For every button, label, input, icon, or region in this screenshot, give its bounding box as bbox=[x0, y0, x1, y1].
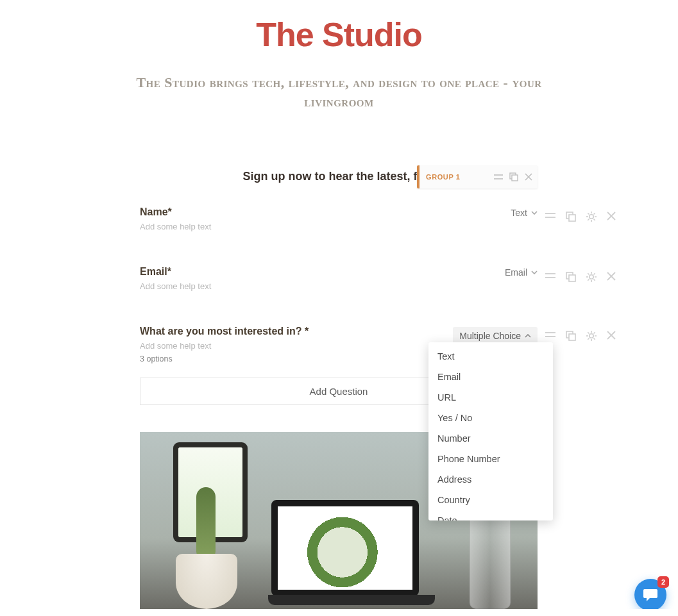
question-help[interactable]: Add some help text bbox=[140, 281, 505, 291]
hero-image-cactus bbox=[196, 487, 216, 558]
drag-handle-icon[interactable] bbox=[545, 331, 555, 341]
duplicate-icon[interactable] bbox=[566, 331, 576, 341]
svg-rect-3 bbox=[512, 175, 518, 181]
svg-line-46 bbox=[594, 338, 595, 340]
drag-handle-icon[interactable] bbox=[545, 272, 555, 282]
close-icon[interactable] bbox=[607, 272, 616, 282]
gear-icon[interactable] bbox=[586, 212, 597, 222]
question-options-summary[interactable]: 3 options bbox=[140, 354, 453, 363]
svg-point-40 bbox=[589, 334, 593, 338]
svg-line-33 bbox=[588, 279, 589, 281]
duplicate-icon[interactable] bbox=[509, 172, 518, 181]
svg-rect-39 bbox=[569, 334, 575, 340]
close-icon[interactable] bbox=[607, 212, 616, 222]
page-title: The Studio bbox=[0, 15, 678, 54]
svg-point-25 bbox=[589, 275, 593, 279]
question-type-label: Email bbox=[505, 267, 527, 278]
cta-text: Sign up now to hear the latest, first bbox=[0, 170, 678, 183]
svg-rect-24 bbox=[569, 275, 575, 281]
dropdown-option-number[interactable]: Number bbox=[428, 428, 553, 449]
hero-image-laptop bbox=[268, 500, 422, 609]
chevron-up-icon bbox=[525, 334, 531, 338]
tagline: The Studio brings tech, lifestyle, and d… bbox=[115, 73, 564, 111]
drag-handle-icon[interactable] bbox=[494, 174, 503, 180]
gear-icon[interactable] bbox=[586, 331, 597, 341]
svg-line-31 bbox=[594, 279, 595, 281]
question-type-label: Multiple Choice bbox=[459, 331, 521, 341]
svg-line-32 bbox=[594, 273, 595, 274]
gear-icon[interactable] bbox=[586, 272, 597, 282]
svg-rect-9 bbox=[569, 215, 575, 221]
chat-widget[interactable]: 2 bbox=[634, 579, 666, 609]
svg-line-17 bbox=[594, 213, 595, 214]
svg-line-30 bbox=[588, 273, 589, 274]
chevron-down-icon bbox=[531, 271, 538, 274]
group-tag[interactable]: GROUP 1 bbox=[417, 165, 538, 188]
question-tools bbox=[545, 272, 616, 282]
hero-image-pot bbox=[176, 554, 237, 609]
question-label[interactable]: Email* bbox=[140, 266, 505, 278]
svg-point-10 bbox=[589, 215, 593, 219]
dropdown-option-yesno[interactable]: Yes / No bbox=[428, 408, 553, 428]
field-type-dropdown[interactable]: Text Email URL Yes / No Number Phone Num… bbox=[428, 342, 553, 520]
svg-line-16 bbox=[594, 219, 595, 221]
dropdown-option-address[interactable]: Address bbox=[428, 469, 553, 490]
question-type-select[interactable]: Email bbox=[505, 267, 538, 278]
question-email[interactable]: Email* Add some help text Email bbox=[140, 266, 538, 291]
question-help[interactable]: Add some help text bbox=[140, 222, 511, 231]
question-label[interactable]: Name* bbox=[140, 206, 511, 218]
question-tools bbox=[545, 212, 616, 222]
question-label[interactable]: What are you most interested in? * bbox=[140, 326, 453, 337]
question-help[interactable]: Add some help text bbox=[140, 341, 453, 351]
svg-line-15 bbox=[588, 213, 589, 214]
dropdown-option-url[interactable]: URL bbox=[428, 387, 553, 408]
chevron-down-icon bbox=[531, 211, 538, 215]
svg-line-48 bbox=[588, 338, 589, 340]
dropdown-option-date[interactable]: Date bbox=[428, 510, 553, 520]
dropdown-option-country[interactable]: Country bbox=[428, 490, 553, 510]
question-type-select[interactable]: Text bbox=[511, 208, 538, 218]
svg-line-18 bbox=[588, 219, 589, 221]
form-area: Name* Add some help text Text Email* Add… bbox=[140, 206, 538, 363]
question-type-label: Text bbox=[511, 208, 527, 218]
question-name[interactable]: Name* Add some help text Text bbox=[140, 206, 538, 231]
question-tools bbox=[545, 331, 616, 341]
close-icon[interactable] bbox=[525, 173, 532, 181]
chat-badge: 2 bbox=[657, 576, 669, 588]
drag-handle-icon[interactable] bbox=[545, 212, 555, 222]
dropdown-option-phone[interactable]: Phone Number bbox=[428, 449, 553, 469]
close-icon[interactable] bbox=[607, 331, 616, 341]
svg-line-45 bbox=[588, 332, 589, 333]
svg-line-47 bbox=[594, 332, 595, 333]
duplicate-icon[interactable] bbox=[566, 272, 576, 282]
duplicate-icon[interactable] bbox=[566, 212, 576, 222]
chat-icon bbox=[642, 587, 659, 603]
dropdown-option-email[interactable]: Email bbox=[428, 367, 553, 387]
dropdown-option-text[interactable]: Text bbox=[428, 346, 553, 367]
group-tag-label: GROUP 1 bbox=[426, 173, 494, 181]
